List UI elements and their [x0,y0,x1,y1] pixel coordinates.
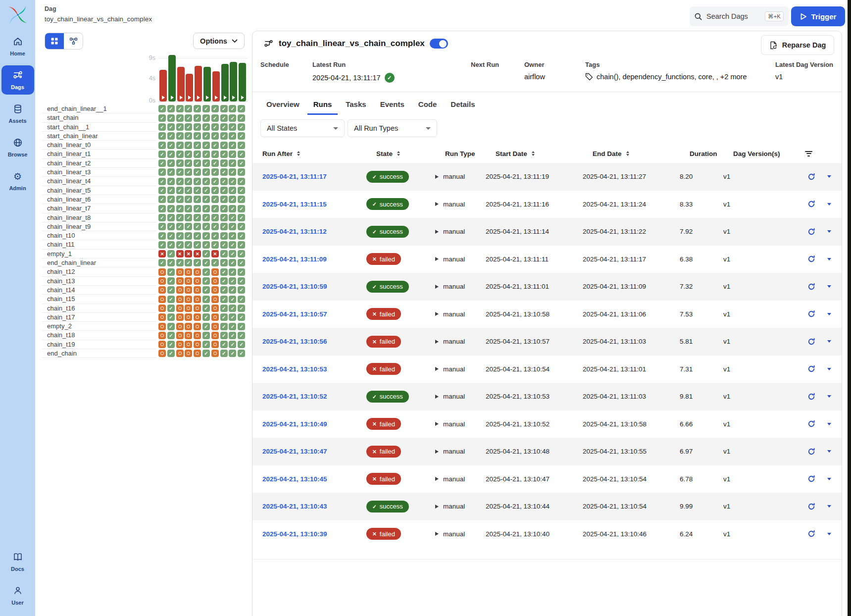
sidebar-item-user[interactable]: User [1,581,34,610]
task-name[interactable]: chain_linear_t4 [42,177,156,186]
task-instance-success[interactable]: ✓ [202,286,210,294]
task-instance-success[interactable]: ✓ [229,168,236,176]
task-instance-upstream_failed[interactable] [158,296,166,303]
task-instance-success[interactable]: ✓ [220,341,228,348]
row-menu-caret-icon[interactable] [827,313,831,315]
task-instance-upstream_failed[interactable] [211,332,219,339]
refresh-run-icon[interactable] [807,448,815,456]
task-instance-success[interactable]: ✓ [167,196,175,203]
row-menu-caret-icon[interactable] [827,203,831,205]
tab-events[interactable]: Events [374,96,410,115]
task-instance-success[interactable]: ✓ [158,259,166,266]
task-instance-success[interactable]: ✓ [238,323,245,330]
refresh-run-icon[interactable] [807,173,815,181]
task-instance-success[interactable]: ✓ [229,123,236,131]
run-after-link[interactable]: 2025-04-21, 13:11:15 [252,201,366,208]
task-instance-upstream_failed[interactable] [185,268,192,276]
task-instance-success[interactable]: ✓ [220,168,228,176]
task-name[interactable]: chain_t14 [42,286,156,295]
task-instance-success[interactable]: ✓ [167,132,175,140]
task-instance-success[interactable]: ✓ [220,142,228,149]
task-instance-success[interactable]: ✓ [238,305,245,312]
task-instance-upstream_failed[interactable] [158,286,166,294]
task-name[interactable]: chain_t15 [42,295,156,304]
tab-details[interactable]: Details [445,96,481,115]
run-after-link[interactable]: 2025-04-21, 13:10:43 [252,503,366,510]
task-instance-success[interactable]: ✓ [176,187,184,194]
dag-pause-toggle[interactable] [430,39,448,49]
task-instance-success[interactable]: ✓ [194,151,201,158]
row-menu-caret-icon[interactable] [827,368,831,370]
tab-overview[interactable]: Overview [260,96,305,115]
task-instance-success[interactable]: ✓ [202,341,210,348]
run-after-link[interactable]: 2025-04-21, 13:10:45 [252,475,366,483]
task-instance-upstream_failed[interactable] [176,313,184,321]
run-after-link[interactable]: 2025-04-21, 13:10:57 [252,310,366,318]
row-menu-caret-icon[interactable] [827,395,831,398]
task-instance-success[interactable]: ✓ [194,178,201,185]
task-instance-upstream_failed[interactable] [176,305,184,312]
refresh-run-icon[interactable] [807,420,815,428]
task-instance-success[interactable]: ✓ [238,178,245,185]
tab-tasks[interactable]: Tasks [340,96,372,115]
task-instance-success[interactable]: ✓ [211,105,219,112]
task-instance-success[interactable]: ✓ [229,105,236,112]
task-instance-success[interactable]: ✓ [185,159,192,167]
task-instance-upstream_failed[interactable] [194,305,201,312]
task-instance-success[interactable]: ✓ [220,178,228,185]
task-instance-success[interactable]: ✓ [167,114,175,122]
task-instance-success[interactable]: ✓ [158,114,166,122]
task-instance-success[interactable]: ✓ [158,241,166,249]
task-instance-success[interactable]: ✓ [167,151,175,158]
task-instance-success[interactable]: ✓ [202,296,210,303]
task-instance-success[interactable]: ✓ [211,187,219,194]
task-instance-success[interactable]: ✓ [167,142,175,149]
task-instance-success[interactable]: ✓ [167,286,175,294]
task-instance-upstream_failed[interactable] [176,323,184,330]
row-menu-caret-icon[interactable] [827,230,831,233]
column-filter-icon[interactable] [805,151,842,156]
task-instance-success[interactable]: ✓ [158,151,166,158]
task-instance-upstream_failed[interactable] [176,268,184,276]
task-instance-success[interactable]: ✓ [220,114,228,122]
task-instance-success[interactable]: ✓ [202,142,210,149]
task-instance-success[interactable]: ✓ [229,205,236,212]
task-instance-success[interactable]: ✓ [158,142,166,149]
refresh-run-icon[interactable] [807,475,815,483]
task-instance-success[interactable]: ✓ [220,132,228,140]
task-instance-upstream_failed[interactable] [176,296,184,303]
task-instance-success[interactable]: ✓ [202,123,210,131]
task-instance-success[interactable]: ✓ [220,296,228,303]
task-instance-success[interactable]: ✓ [220,214,228,221]
task-instance-success[interactable]: ✓ [167,250,175,257]
task-instance-success[interactable]: ✓ [158,178,166,185]
run-after-link[interactable]: 2025-04-21, 13:10:49 [252,420,366,428]
task-instance-success[interactable]: ✓ [185,187,192,194]
task-instance-success[interactable]: ✓ [229,286,236,294]
task-instance-success[interactable]: ✓ [194,114,201,122]
task-instance-success[interactable]: ✓ [238,187,245,194]
task-instance-success[interactable]: ✓ [194,223,201,230]
task-instance-success[interactable]: ✓ [220,241,228,249]
task-instance-success[interactable]: ✓ [202,232,210,240]
task-instance-success[interactable]: ✓ [220,223,228,230]
run-bar[interactable] [168,55,176,102]
task-name[interactable]: chain_linear_t9 [42,222,156,231]
task-instance-success[interactable]: ✓ [185,178,192,185]
task-instance-success[interactable]: ✓ [176,123,184,131]
task-name[interactable]: chain_linear_t7 [42,204,156,213]
run-bar[interactable] [177,67,185,102]
task-instance-success[interactable]: ✓ [229,313,236,321]
task-instance-success[interactable]: ✓ [158,123,166,131]
task-name[interactable]: start_chain__1 [42,123,156,132]
task-instance-success[interactable]: ✓ [220,232,228,240]
task-name[interactable]: chain_linear_t1 [42,150,156,158]
refresh-run-icon[interactable] [807,530,815,538]
sort-icon[interactable] [297,151,300,156]
task-instance-success[interactable]: ✓ [229,232,236,240]
row-menu-caret-icon[interactable] [827,423,831,425]
task-instance-success[interactable]: ✓ [158,105,166,112]
task-instance-success[interactable]: ✓ [176,132,184,140]
task-instance-upstream_failed[interactable] [211,268,219,276]
task-name[interactable]: chain_linear_t0 [42,141,156,150]
